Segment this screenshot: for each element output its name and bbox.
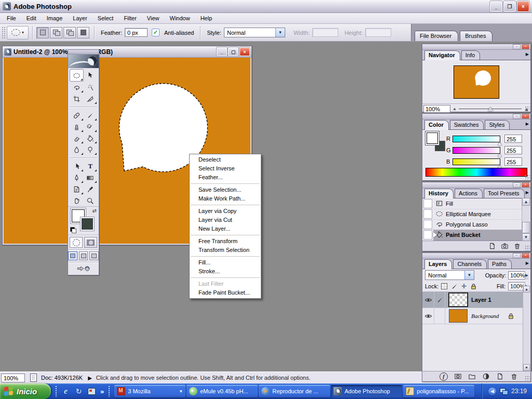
selection-mode-add-button[interactable] bbox=[50, 27, 62, 38]
lasso-tool[interactable] bbox=[70, 82, 84, 93]
navigator-tab-info[interactable]: Info bbox=[461, 50, 480, 60]
default-colors-icon[interactable] bbox=[70, 227, 76, 233]
palette-close-button[interactable]: × bbox=[522, 114, 529, 119]
eyedropper-tool[interactable] bbox=[84, 183, 98, 195]
menu-item-layer-via-cut[interactable]: Layer via Cut bbox=[190, 216, 261, 224]
palette-close-button[interactable]: × bbox=[522, 44, 529, 49]
channel-value-input[interactable]: 255 bbox=[504, 146, 522, 154]
set-source-checkbox[interactable] bbox=[423, 220, 432, 229]
menu-file[interactable]: File bbox=[2, 13, 21, 23]
menu-layer[interactable]: Layer bbox=[68, 13, 92, 23]
toolbox-banner[interactable] bbox=[68, 55, 99, 68]
brush-tool[interactable] bbox=[84, 110, 98, 121]
refresh-icon[interactable]: ↻ bbox=[74, 387, 83, 396]
document-titlebar[interactable]: Untitled-2 @ 100% (Layer 1, RGB) _ ▢ × bbox=[3, 46, 251, 58]
taskbar-button-adobe-photoshop[interactable]: Adobe Photoshop bbox=[331, 385, 402, 397]
new-snapshot-button[interactable] bbox=[501, 242, 509, 250]
quick-mask-mode-button[interactable] bbox=[84, 237, 97, 248]
add-layer-mask-button[interactable] bbox=[454, 373, 462, 380]
scroll-down-icon[interactable]: ▼ bbox=[523, 364, 530, 371]
blur-tool[interactable] bbox=[70, 144, 84, 155]
navigator-tab-navigator[interactable]: Navigator bbox=[424, 50, 460, 60]
layer-style-button[interactable]: f bbox=[440, 373, 448, 381]
layers-tab-layers[interactable]: Layers bbox=[424, 259, 452, 269]
start-button[interactable]: Inicio bbox=[0, 383, 51, 399]
toolbox-titlebar[interactable] bbox=[68, 50, 99, 55]
taskbar-clock[interactable]: 23:19 bbox=[511, 388, 527, 395]
chevron-down-icon[interactable]: ▼ bbox=[464, 271, 474, 280]
menu-filter[interactable]: Filter bbox=[118, 13, 141, 23]
palette-close-button[interactable]: × bbox=[522, 253, 529, 258]
options-grip[interactable] bbox=[2, 26, 5, 39]
path-selection-tool[interactable] bbox=[70, 161, 84, 172]
zoom-out-icon[interactable]: ▲ bbox=[453, 107, 457, 111]
history-brush-tool[interactable] bbox=[84, 121, 98, 132]
menu-item-select-inverse[interactable]: Select Inverse bbox=[190, 164, 261, 173]
internet-explorer-icon[interactable]: e bbox=[61, 387, 70, 396]
zoom-slider[interactable] bbox=[459, 105, 522, 113]
dodge-tool[interactable] bbox=[84, 144, 98, 155]
lock-move-icon[interactable]: ✛ bbox=[461, 283, 467, 290]
panel-menu-icon[interactable]: ▶ bbox=[526, 190, 529, 195]
fullscreen-mode-button[interactable] bbox=[89, 251, 99, 260]
network-icon[interactable] bbox=[500, 388, 508, 394]
active-tool-preset-button[interactable]: ▾ bbox=[7, 26, 29, 39]
navigator-thumbnail[interactable] bbox=[454, 65, 499, 99]
close-button[interactable]: × bbox=[517, 1, 529, 12]
hand-tool[interactable] bbox=[70, 195, 84, 206]
history-state-paint-bucket[interactable]: Paint Bucket bbox=[422, 230, 522, 240]
blend-mode-dropdown[interactable]: Normal ▼ bbox=[425, 270, 474, 280]
tray-collapse-icon[interactable]: ◀ bbox=[488, 388, 496, 395]
palette-minimize-button[interactable]: – bbox=[513, 253, 521, 258]
adjustment-layer-button[interactable] bbox=[482, 373, 490, 380]
history-tab-history[interactable]: History bbox=[424, 189, 454, 198]
resize-grip[interactable] bbox=[525, 175, 530, 180]
taskbar-button-poligonallassso-p[interactable]: poligonallassso - P... bbox=[403, 385, 474, 397]
selection-mode-intersect-button[interactable] bbox=[77, 27, 89, 38]
set-source-checkbox[interactable] bbox=[423, 230, 432, 240]
lock-paint-icon[interactable] bbox=[450, 283, 458, 290]
history-state-polygonal-lasso[interactable]: Polygonal Lasso bbox=[422, 219, 522, 230]
color-tab-styles[interactable]: Styles bbox=[485, 120, 510, 129]
feather-input[interactable]: 0 px bbox=[125, 28, 148, 37]
antialiased-checkbox[interactable]: ✓ bbox=[152, 29, 159, 36]
visibility-eye-icon[interactable] bbox=[422, 308, 434, 324]
status-zoom-input[interactable]: 100% bbox=[1, 374, 25, 382]
menu-item-layer-via-copy[interactable]: Layer via Copy bbox=[190, 207, 261, 216]
eraser-tool[interactable] bbox=[70, 132, 84, 144]
healing-brush-tool[interactable] bbox=[70, 110, 84, 121]
active-layer-brush-icon[interactable] bbox=[434, 292, 445, 308]
gradient-tool[interactable] bbox=[84, 172, 98, 183]
resize-grip[interactable] bbox=[525, 245, 530, 250]
panel-menu-icon[interactable]: ▶ bbox=[526, 52, 529, 57]
menu-help[interactable]: Help bbox=[195, 13, 218, 23]
swap-colors-icon[interactable]: ⇄ bbox=[92, 208, 97, 214]
layers-tab-channels[interactable]: Channels bbox=[453, 259, 486, 269]
color-tab-swatches[interactable]: Swatches bbox=[450, 120, 484, 129]
palette-titlebar[interactable]: – × bbox=[422, 182, 530, 188]
channel-slider[interactable] bbox=[453, 158, 500, 165]
more-icons-chevron[interactable]: » bbox=[100, 388, 104, 395]
move-tool[interactable] bbox=[84, 69, 98, 81]
doc-close-button[interactable]: × bbox=[240, 47, 250, 56]
panel-menu-icon[interactable]: ▶ bbox=[526, 261, 529, 265]
layer-row-layer-1[interactable]: Layer 1 bbox=[422, 292, 523, 308]
menu-item-make-work-path[interactable]: Make Work Path... bbox=[190, 194, 261, 203]
resize-grip[interactable] bbox=[525, 376, 530, 381]
clone-stamp-tool[interactable] bbox=[70, 121, 84, 132]
menu-item-feather[interactable]: Feather... bbox=[190, 173, 261, 182]
opacity-input[interactable]: 100% ▶ bbox=[508, 271, 528, 280]
new-layer-set-button[interactable] bbox=[468, 373, 476, 380]
chevron-down-icon[interactable]: ▼ bbox=[179, 389, 183, 394]
layer-row-background[interactable]: Background bbox=[422, 308, 523, 324]
zoom-tool[interactable] bbox=[84, 195, 98, 206]
layer-name[interactable]: Layer 1 bbox=[471, 297, 523, 303]
palette-minimize-button[interactable]: – bbox=[513, 182, 521, 188]
restore-button[interactable]: ❐ bbox=[503, 1, 516, 12]
well-tab-brushes[interactable]: Brushes bbox=[460, 31, 493, 41]
palette-titlebar[interactable]: – × bbox=[422, 253, 530, 259]
navigator-zoom-input[interactable]: 100% bbox=[423, 105, 450, 113]
menu-select[interactable]: Select bbox=[92, 13, 119, 23]
fullscreen-menubar-mode-button[interactable] bbox=[79, 251, 88, 260]
history-state-fill[interactable]: Fill bbox=[422, 198, 522, 209]
